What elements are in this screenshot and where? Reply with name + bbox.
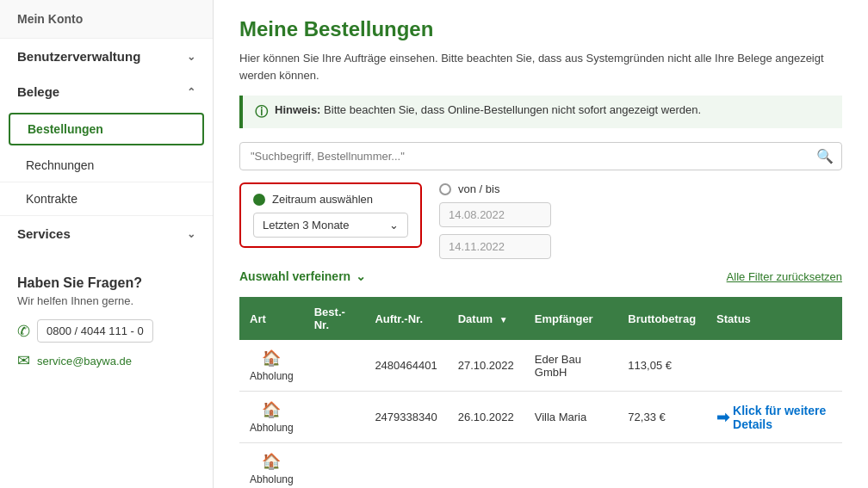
col-best-nr: Best.-Nr. [304, 297, 365, 340]
table-row[interactable]: 🏠 Abholung [239, 443, 842, 489]
orders-table: Art Best.-Nr. Auftr.-Nr. Datum ▼ Empfäng… [239, 297, 842, 488]
abholung-icon: 🏠 [262, 452, 281, 471]
col-status: Status [706, 297, 842, 340]
cell-empfaenger: Eder Bau GmbH [524, 340, 618, 392]
sidebar-item-bestellungen[interactable]: Bestellungen [9, 113, 204, 145]
cell-status: ➡ Klick für weitere Details [706, 392, 842, 443]
table-row[interactable]: 🏠 Abholung 2479338340 26.10.2022 Villa M… [239, 392, 842, 443]
info-box: ⓘ Hinweis: Bitte beachten Sie, dass Onli… [239, 96, 842, 128]
phone-row: ✆ 0800 / 4044 111 - 0 [17, 319, 195, 343]
col-datum[interactable]: Datum ▼ [448, 297, 524, 340]
art-label: Abholung [250, 422, 294, 434]
sidebar-kontrakte-label: Kontrakte [26, 192, 78, 206]
cell-auftr-nr: 2480464401 [364, 340, 447, 392]
cell-bruttobetrag: 72,33 € [617, 392, 706, 443]
von-bis-filter: von / bis [439, 182, 551, 259]
von-bis-radio-dot [439, 183, 451, 195]
email-row: ✉ service@baywa.de [17, 351, 195, 370]
refine-chevron-icon: ⌄ [356, 269, 366, 283]
art-label: Abholung [250, 370, 294, 382]
page-description: Hier können Sie Ihre Aufträge einsehen. … [239, 50, 825, 83]
col-empfaenger: Empfänger [524, 297, 618, 340]
cell-art: 🏠 Abholung [239, 443, 304, 489]
date-to-input[interactable] [439, 234, 551, 259]
phone-number[interactable]: 0800 / 4044 111 - 0 [37, 319, 153, 343]
chevron-down-icon: ⌄ [187, 51, 195, 63]
sidebar-item-kontrakte[interactable]: Kontrakte [0, 182, 213, 216]
click-details-label: Klick für weitere Details [733, 404, 832, 431]
info-icon: ⓘ [255, 104, 268, 120]
cell-status [706, 443, 842, 489]
sort-arrow-icon: ▼ [499, 315, 508, 324]
reset-filter-button[interactable]: Alle Filter zurücksetzen [727, 270, 842, 283]
zeitraum-filter: Zeitraum auswählen Letzten 3 Monate ⌄ [239, 182, 422, 248]
refine-row: Auswahl verfeinern ⌄ Alle Filter zurücks… [239, 269, 842, 283]
sidebar-item-belege[interactable]: Belege ⌃ [0, 74, 213, 109]
cell-datum [448, 443, 524, 489]
cell-datum: 26.10.2022 [448, 392, 524, 443]
zeitraum-label: Zeitraum auswählen [272, 193, 373, 206]
search-input[interactable] [239, 142, 842, 170]
von-bis-radio-label[interactable]: von / bis [439, 182, 551, 195]
art-label: Abholung [250, 473, 294, 485]
filter-row: Zeitraum auswählen Letzten 3 Monate ⌄ vo… [239, 182, 842, 259]
table-header-row: Art Best.-Nr. Auftr.-Nr. Datum ▼ Empfäng… [239, 297, 842, 340]
sidebar-benutzerverwaltung-label: Benutzerverwaltung [17, 49, 140, 64]
chevron-down-icon: ⌄ [187, 228, 195, 240]
sidebar-item-services[interactable]: Services ⌄ [0, 216, 213, 251]
haben-section: Haben Sie Fragen? Wir helfen Ihnen gerne… [0, 258, 213, 396]
refine-label: Auswahl verfeinern [239, 269, 350, 283]
sidebar-item-benutzerverwaltung[interactable]: Benutzerverwaltung ⌄ [0, 39, 213, 74]
arrow-right-icon: ➡ [716, 408, 729, 427]
haben-subtitle: Wir helfen Ihnen gerne. [17, 294, 195, 307]
page-title: Meine Bestellungen [239, 17, 842, 41]
email-link[interactable]: service@baywa.de [37, 355, 132, 368]
email-icon: ✉ [17, 351, 30, 370]
cell-art: 🏠 Abholung [239, 340, 304, 392]
cell-empfaenger: Villa Maria [524, 392, 618, 443]
cell-auftr-nr [364, 443, 447, 489]
search-row: 🔍 [239, 142, 842, 170]
cell-best-nr [304, 392, 365, 443]
sidebar: Mein Konto Benutzerverwaltung ⌄ Belege ⌃… [0, 0, 214, 488]
sidebar-item-rechnungen[interactable]: Rechnungen [0, 149, 213, 182]
cell-bruttobetrag [617, 443, 706, 489]
chevron-up-icon: ⌃ [187, 86, 195, 98]
cell-auftr-nr: 2479338340 [364, 392, 447, 443]
abholung-icon: 🏠 [262, 400, 281, 419]
cell-best-nr [304, 443, 365, 489]
info-bold: Hinweis: [275, 103, 320, 116]
reset-label: Alle Filter zurücksetzen [727, 270, 842, 283]
main-content: Meine Bestellungen Hier können Sie Ihre … [214, 0, 868, 488]
refine-button[interactable]: Auswahl verfeinern ⌄ [239, 269, 366, 283]
zeitraum-radio-label[interactable]: Zeitraum auswählen [253, 193, 408, 206]
zeitraum-dropdown[interactable]: Letzten 3 Monate ⌄ [253, 213, 408, 238]
sidebar-bestellungen-label: Bestellungen [28, 122, 103, 136]
cell-datum: 27.10.2022 [448, 340, 524, 392]
sidebar-belege-label: Belege [17, 84, 59, 99]
sidebar-services-label: Services [17, 226, 71, 241]
col-art: Art [239, 297, 304, 340]
sidebar-item-mein-konto[interactable]: Mein Konto [0, 0, 213, 39]
cell-best-nr [304, 340, 365, 392]
sidebar-mein-konto-label: Mein Konto [17, 12, 83, 26]
dropdown-value: Letzten 3 Monate [263, 219, 349, 232]
table-row[interactable]: 🏠 Abholung 2480464401 27.10.2022 Eder Ba… [239, 340, 842, 392]
haben-title: Haben Sie Fragen? [17, 275, 195, 291]
date-from-input[interactable] [439, 202, 551, 227]
search-button[interactable]: 🔍 [816, 148, 834, 164]
cell-empfaenger [524, 443, 618, 489]
abholung-icon: 🏠 [262, 349, 281, 368]
info-body: Bitte beachten Sie, dass Online-Bestellu… [320, 103, 701, 116]
cell-bruttobetrag: 113,05 € [617, 340, 706, 392]
zeitraum-radio-dot [253, 194, 265, 206]
von-bis-label: von / bis [458, 182, 499, 195]
phone-icon: ✆ [17, 322, 30, 341]
info-text: Hinweis: Bitte beachten Sie, dass Online… [275, 103, 701, 116]
col-bruttobetrag: Bruttobetrag [617, 297, 706, 340]
cell-art: 🏠 Abholung [239, 392, 304, 443]
dropdown-chevron-icon: ⌄ [389, 219, 399, 232]
col-auftr-nr: Auftr.-Nr. [364, 297, 447, 340]
sidebar-rechnungen-label: Rechnungen [26, 158, 94, 172]
cell-status [706, 340, 842, 392]
